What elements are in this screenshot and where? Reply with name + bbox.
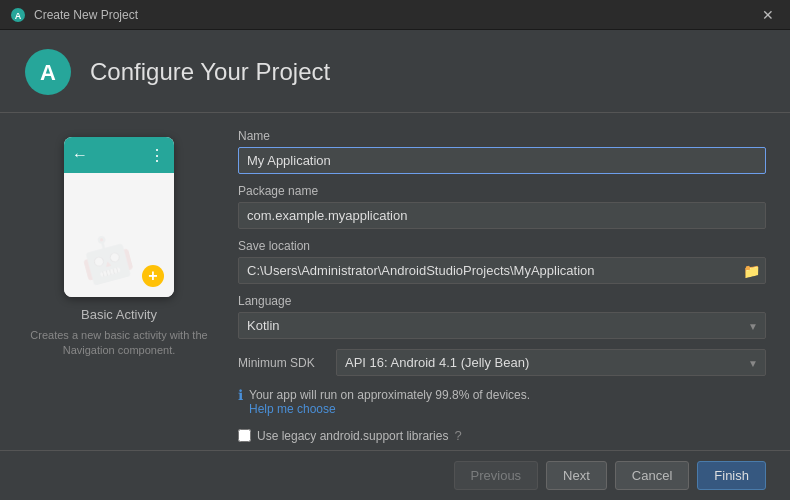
phone-topbar: ← ⋮	[64, 137, 174, 173]
name-group: Name	[238, 129, 766, 174]
next-button[interactable]: Next	[546, 461, 607, 490]
info-icon: ℹ	[238, 387, 243, 403]
titlebar-title: Create New Project	[34, 8, 756, 22]
info-text-content: Your app will run on approximately 99.8%…	[249, 388, 530, 402]
sdk-row: Minimum SDK API 16: Android 4.1 (Jelly B…	[238, 349, 766, 376]
save-location-group: Save location 📁	[238, 239, 766, 284]
android-logo: A	[24, 48, 72, 96]
legacy-checkbox-row: Use legacy android.support libraries ?	[238, 428, 766, 443]
sdk-label: Minimum SDK	[238, 356, 328, 370]
info-text: Your app will run on approximately 99.8%…	[249, 388, 530, 416]
info-row: ℹ Your app will run on approximately 99.…	[238, 388, 766, 416]
preview-label: Basic Activity	[81, 307, 157, 322]
cancel-button[interactable]: Cancel	[615, 461, 689, 490]
dialog-body: ← ⋮ + 🤖 Basic Activity Creates a new bas…	[0, 113, 790, 450]
help-link[interactable]: Help me choose	[249, 402, 336, 416]
language-select-wrap: Kotlin Java ▼	[238, 312, 766, 339]
fab-button: +	[142, 265, 164, 287]
preview-description: Creates a new basic activity with the Na…	[24, 328, 214, 359]
phone-content: + 🤖	[64, 173, 174, 297]
legacy-checkbox[interactable]	[238, 429, 251, 442]
dialog-footer: Previous Next Cancel Finish	[0, 450, 790, 500]
previous-button[interactable]: Previous	[454, 461, 539, 490]
sdk-select-wrap: API 16: Android 4.1 (Jelly Bean) API 21:…	[336, 349, 766, 376]
language-group: Language Kotlin Java ▼	[238, 294, 766, 339]
sdk-select[interactable]: API 16: Android 4.1 (Jelly Bean) API 21:…	[336, 349, 766, 376]
language-label: Language	[238, 294, 766, 308]
save-input[interactable]	[238, 257, 766, 284]
name-label: Name	[238, 129, 766, 143]
svg-text:A: A	[15, 10, 22, 20]
save-input-wrap: 📁	[238, 257, 766, 284]
name-input[interactable]	[238, 147, 766, 174]
back-icon: ←	[72, 146, 88, 164]
left-panel: ← ⋮ + 🤖 Basic Activity Creates a new bas…	[24, 129, 214, 434]
close-button[interactable]: ✕	[756, 5, 780, 25]
header-title: Configure Your Project	[90, 58, 330, 86]
right-panel: Name Package name Save location 📁 Langua…	[238, 129, 766, 434]
legacy-label: Use legacy android.support libraries	[257, 429, 448, 443]
svg-text:A: A	[40, 60, 56, 85]
android-studio-icon: A	[10, 7, 26, 23]
legacy-help-icon[interactable]: ?	[454, 428, 461, 443]
language-select[interactable]: Kotlin Java	[238, 312, 766, 339]
more-icon: ⋮	[149, 146, 166, 165]
titlebar: A Create New Project ✕	[0, 0, 790, 30]
dialog-header: A Configure Your Project	[0, 30, 790, 113]
folder-icon[interactable]: 📁	[743, 263, 760, 279]
dialog: A Configure Your Project ← ⋮ + 🤖 Basic A…	[0, 30, 790, 500]
save-label: Save location	[238, 239, 766, 253]
finish-button[interactable]: Finish	[697, 461, 766, 490]
package-label: Package name	[238, 184, 766, 198]
package-group: Package name	[238, 184, 766, 229]
phone-preview: ← ⋮ + 🤖	[64, 137, 174, 297]
package-input[interactable]	[238, 202, 766, 229]
android-watermark: 🤖	[75, 228, 138, 289]
